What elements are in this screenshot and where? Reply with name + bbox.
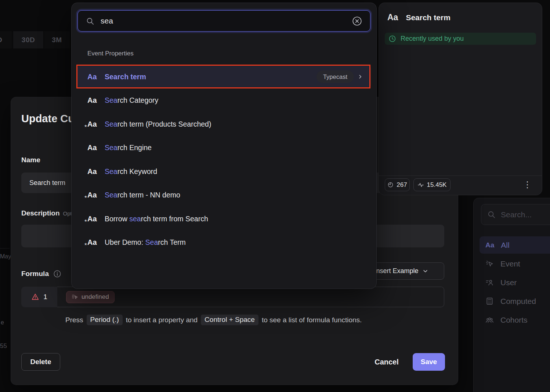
formula-error-counter[interactable]: 1 [21,287,57,307]
cancel-button[interactable]: Cancel [371,353,402,371]
text-type-icon: Aa [87,73,98,81]
property-title: Search term [406,13,450,22]
custom-asterisk: * [84,242,87,249]
event-volume-count: 15.45K [427,181,447,189]
formula-input[interactable]: undefined [57,287,444,307]
tab-30d[interactable]: 30D [13,31,43,48]
label-match: Sea [105,120,117,128]
filter-item-computed[interactable]: Computed [480,293,550,310]
event-cursor-icon [485,259,494,268]
name-label: Name [21,156,40,164]
result-label: Search term (Products Searched) [105,120,211,128]
filter-item-all[interactable]: Aa All [480,236,550,254]
more-options-icon[interactable]: ⋮ [523,178,532,191]
typecast-action[interactable]: Typecast [316,70,363,83]
search-icon [487,210,496,219]
clock-icon [388,35,396,43]
description-label: Description [21,209,60,217]
result-row-search-term-nn-demo[interactable]: Aa* Search term - NN demo [77,184,371,207]
label-post: rch term (Products Searched) [117,120,211,128]
filter-item-cohorts[interactable]: Cohorts [480,311,550,329]
filter-label: All [501,241,509,250]
result-row-search-keyword[interactable]: Aa Search Keyword [77,160,371,183]
label-pre: Uber Demo: [105,238,145,246]
label-post: rch Category [117,96,159,104]
tab-date-range-partial[interactable]: D [0,31,12,48]
custom-text-type-icon: Aa* [87,215,98,223]
property-details-panel: Aa Search term Recently used by you 267 … [379,3,542,195]
name-value: Search term [29,179,65,187]
filter-label: Computed [500,297,536,306]
formula-label: Formula [21,270,49,278]
filter-item-event[interactable]: Event [480,255,550,272]
bg-axis-label: May [0,253,11,260]
delete-button[interactable]: Delete [21,353,60,371]
chevron-right-icon [358,74,363,79]
custom-asterisk: * [84,195,87,202]
custom-asterisk: * [84,218,87,226]
filter-label: Cohorts [500,316,528,324]
type-glyph: Aa [87,215,97,223]
label-match: sea [129,215,141,223]
typecast-badge[interactable]: Typecast [316,70,354,83]
tab-label: 30D [22,36,35,44]
filter-item-user[interactable]: User [480,274,550,291]
text-type-icon: Aa [87,96,98,105]
error-count: 1 [43,293,47,301]
result-row-search-term[interactable]: Aa Search term Typecast [77,65,371,88]
save-button[interactable]: Save [413,353,445,371]
pie-chart-icon [387,182,394,188]
result-label: Search Engine [105,144,152,152]
text-type-icon: Aa [485,241,494,249]
filter-label: Event [500,259,520,268]
divider [379,175,542,176]
insert-example-label: Insert Example [374,267,418,275]
type-glyph: Aa [87,191,97,199]
recently-used-label: Recently used by you [401,35,464,43]
label-post: rch Term [158,238,186,246]
modal-title: Update Cu [21,113,75,125]
text-type-icon: Aa [87,167,98,176]
custom-asterisk: * [84,124,87,131]
calculator-icon [485,297,494,305]
label-post: rch term - NN demo [117,191,180,199]
tab-3m[interactable]: 3M [44,31,70,48]
user-list-icon [485,278,494,287]
label-pre: Borrow [105,215,129,223]
result-row-borrow-search-term[interactable]: Aa* Borrow search term from Search [77,207,371,231]
app-screen: D 30D 3M May e 55 Update Cu Name Search … [0,0,550,392]
result-row-search-term-products[interactable]: Aa* Search term (Products Searched) [77,112,371,136]
hint-text: to insert a property and [126,316,198,324]
clear-search-icon[interactable] [352,16,362,26]
sidebar-search-box[interactable] [481,204,550,225]
distinct-values-pill[interactable]: 267 [385,178,410,191]
formula-hint: Press Period (.) to insert a property an… [65,315,362,325]
label-match: Sea [105,144,117,152]
warning-icon [31,293,39,301]
label-post: rch term from Search [141,215,208,223]
bg-text-fragment: e [1,319,4,326]
sidebar-search-input[interactable] [501,210,550,219]
chevron-down-icon [423,268,428,274]
hint-text: Press [65,316,83,324]
result-row-search-engine[interactable]: Aa Search Engine [77,136,371,160]
property-search-input[interactable] [101,17,346,25]
label-match: Sea [145,238,158,246]
label-match: Sea [105,167,117,175]
type-glyph: Aa [87,238,97,246]
result-row-search-category[interactable]: Aa Search Category [77,89,371,112]
property-search-box[interactable] [77,10,370,32]
label-match: Sea [105,96,117,104]
result-row-uber-demo-search-term[interactable]: Aa* Uber Demo: Search Term [77,231,371,254]
event-volume-pill[interactable]: 15.45K [413,178,451,191]
property-results-list: Aa Search term Typecast Aa Search Catego… [77,65,371,254]
bg-gridline [0,248,10,248]
property-filter-sidebar: Aa All Event User Computed Cohorts [474,198,550,392]
filter-label: User [500,278,517,287]
control-space-key-chip: Control + Space [201,315,258,325]
custom-text-type-icon: Aa* [87,238,98,247]
undefined-token[interactable]: undefined [66,291,115,303]
result-label: Search Category [105,96,158,105]
text-type-icon: Aa [387,12,398,22]
info-icon[interactable] [53,270,61,278]
